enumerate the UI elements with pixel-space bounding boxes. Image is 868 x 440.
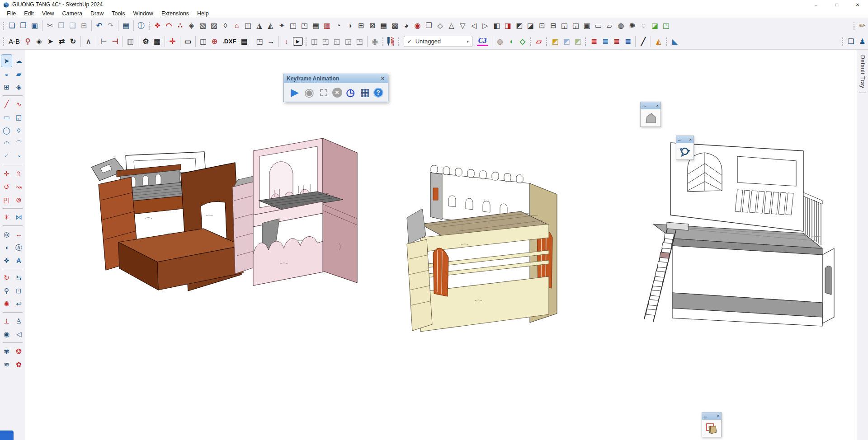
tags-dropdown[interactable]: ✓Untagged▾ [404, 36, 472, 47]
cube-style-5-icon[interactable]: ◳ [354, 36, 365, 47]
print-icon[interactable]: ▤ [120, 20, 132, 32]
arc-tool[interactable]: ◠ [1, 137, 12, 150]
look-around-tool[interactable]: ◉ [1, 328, 12, 341]
plugin-tool-15[interactable]: ▤ [310, 20, 321, 32]
extension-tool-2[interactable]: ❂ [13, 345, 24, 358]
drag-handle[interactable] [148, 21, 151, 30]
panel-shape-icon[interactable] [643, 111, 658, 125]
position-camera-tool[interactable]: ⊥ [1, 314, 12, 328]
copy-icon[interactable]: ❐ [56, 20, 67, 32]
layers-stripe-icon[interactable]: ≣ [599, 36, 611, 47]
flip-tool[interactable]: ⋈ [13, 211, 24, 224]
add-tag-icon[interactable]: ◈ [33, 36, 45, 47]
layers-solid-icon[interactable]: ≣ [588, 36, 599, 47]
minimize-button[interactable]: – [806, 0, 826, 9]
flatten-arrow-icon[interactable]: → [265, 36, 277, 47]
layout-panels-icon[interactable]: ◫ [198, 36, 209, 47]
plugin-tool-29[interactable]: ◁ [468, 20, 480, 32]
previous-view-tool[interactable]: ↩ [13, 297, 24, 310]
drag-handle[interactable] [382, 37, 384, 46]
model-brown-bunk-bed[interactable] [91, 152, 243, 291]
protractor-tool[interactable]: ◖ [1, 241, 12, 254]
palette-close-icon[interactable]: × [656, 103, 659, 108]
plugin-tool-10[interactable]: ◮ [254, 20, 265, 32]
corner-fold-icon[interactable]: ◣ [669, 36, 680, 47]
delete-keyframes-button[interactable]: ✕ [332, 88, 342, 98]
play-animation-icon[interactable]: ▶ [293, 37, 303, 46]
palette-close-icon[interactable]: × [717, 414, 719, 419]
plugin-tool-4[interactable]: ◈ [186, 20, 197, 32]
plugin-tool-25[interactable]: ❒ [423, 20, 434, 32]
pan-tool[interactable]: ⇆ [13, 271, 24, 284]
redo-icon[interactable]: ↷ [105, 20, 116, 32]
walk-tool[interactable]: ♙ [13, 314, 24, 328]
rectangle-outline-icon[interactable]: ▭ [182, 36, 193, 47]
plugin-tool-46[interactable]: ◰ [660, 20, 672, 32]
plugin-tool-8[interactable]: ⌂ [231, 20, 242, 32]
plugin-tool-3[interactable]: ∴ [175, 20, 186, 32]
plugin-tool-34[interactable]: ◪ [525, 20, 536, 32]
zoom-extents-tool[interactable]: ✺ [1, 297, 12, 310]
close-button[interactable]: ✕ [847, 0, 868, 9]
three-point-arc-tool[interactable]: ◜ [1, 150, 12, 163]
3d-text-tool[interactable]: A [13, 254, 24, 267]
center-point-icon[interactable]: ⊕ [209, 36, 220, 47]
plugin-tool-27[interactable]: △ [446, 20, 457, 32]
make-component-tool[interactable]: ⊞ [1, 80, 12, 94]
select-tool[interactable]: ➤ [1, 54, 12, 67]
menu-item-file[interactable]: File [3, 10, 20, 17]
plugin-tool-45[interactable]: ◪ [649, 20, 660, 32]
lasso-tool[interactable]: ☁ [13, 54, 24, 67]
uv-mapping-icon[interactable]: ▱ [533, 36, 544, 47]
menu-item-draw[interactable]: Draw [86, 10, 108, 17]
plugin-tool-43[interactable]: ✺ [627, 20, 638, 32]
joint-push-icon[interactable]: ⊢ [98, 36, 109, 47]
plugin-tool-38[interactable]: ◱ [570, 20, 581, 32]
material-box-green-icon[interactable]: ◩ [572, 36, 583, 47]
viewport-canvas[interactable]: Keyframe Animation × ▶◉✕◷▦? ... × [25, 50, 857, 440]
menu-item-window[interactable]: Window [129, 10, 157, 17]
drag-handle[interactable] [529, 37, 532, 46]
tag-tool[interactable]: ◈ [13, 80, 24, 94]
plugin-tool-12[interactable]: ✦ [276, 20, 288, 32]
plugin-tool-36[interactable]: ⊟ [547, 20, 559, 32]
cube-style-4-icon[interactable]: ◲ [343, 36, 354, 47]
drag-handle[interactable] [853, 21, 855, 30]
mirror-flip-icon[interactable]: ◭ [653, 36, 664, 47]
crystal-tool-icon[interactable]: ◇ [517, 36, 528, 47]
layers-query-icon[interactable]: ≣ [611, 36, 622, 47]
bag-tool-icon[interactable]: ◖ [505, 36, 517, 47]
model-info-icon[interactable]: ⓘ [136, 20, 147, 32]
extension-tool-3[interactable]: ≋ [1, 358, 12, 371]
drag-handle[interactable] [842, 37, 844, 46]
plugin-tool-24[interactable]: ◉ [412, 20, 423, 32]
saber-cut-icon[interactable]: ╱ [637, 36, 649, 47]
plugin-tool-7[interactable]: ◊ [220, 20, 231, 32]
plugin-tool-11[interactable]: ◭ [265, 20, 276, 32]
zoom-tool[interactable]: ⚲ [1, 284, 12, 297]
plugin-tool-35[interactable]: ⊡ [536, 20, 547, 32]
move-tool[interactable]: ✛ [1, 167, 12, 180]
new-file-icon[interactable]: ❏ [6, 20, 18, 32]
menu-item-extensions[interactable]: Extensions [157, 10, 193, 17]
maximize-button[interactable]: □ [826, 0, 847, 9]
plugin-tool-2[interactable]: ◠ [163, 20, 175, 32]
plugin-tool-1[interactable]: ❖ [152, 20, 163, 32]
cube-style-2-icon[interactable]: ◰ [320, 36, 331, 47]
plugin-tool-19[interactable]: ⊞ [355, 20, 367, 32]
axes-tool[interactable]: ✳ [1, 211, 12, 224]
cutlist-table-icon[interactable]: ▦ [151, 36, 163, 47]
scale-tool[interactable]: ◰ [1, 193, 12, 206]
eraser-tool[interactable]: ▰ [13, 67, 24, 80]
drag-handle[interactable] [665, 37, 668, 46]
paint-bucket-tool[interactable]: ◒ [1, 67, 12, 80]
search-icon[interactable]: ⚲ [22, 36, 33, 47]
palette-close-icon[interactable]: × [689, 137, 692, 142]
settings-gear-icon[interactable]: ⚙ [140, 36, 151, 47]
plugin-tool-16[interactable]: ▥ [321, 20, 333, 32]
style-brush-icon[interactable]: ✏ [857, 20, 868, 32]
keyframe-dialog-titlebar[interactable]: Keyframe Animation × [284, 74, 388, 83]
plugin-tool-21[interactable]: ▦ [378, 20, 389, 32]
rotated-rectangle-tool[interactable]: ◱ [13, 111, 24, 124]
delete-icon[interactable]: ⊟ [78, 20, 90, 32]
